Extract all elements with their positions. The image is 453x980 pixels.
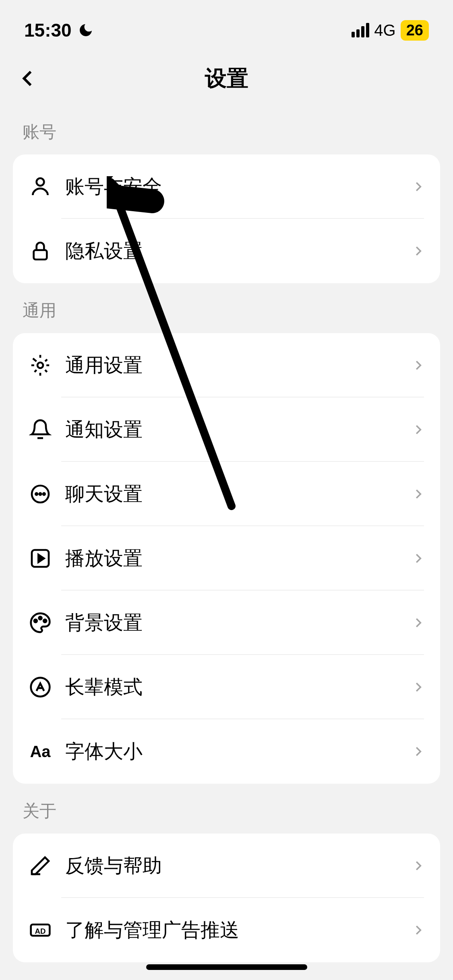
lock-icon: [29, 240, 52, 262]
svg-point-4: [35, 493, 37, 495]
battery-indicator: 26: [401, 20, 429, 41]
chevron-right-icon: [412, 245, 424, 257]
chevron-right-icon: [412, 617, 424, 629]
list-item-label: 反馈与帮助: [65, 853, 412, 879]
chevron-right-icon: [412, 424, 424, 436]
svg-point-6: [43, 493, 45, 495]
svg-point-0: [37, 178, 44, 186]
list-item-label: 了解与管理广告推送: [65, 917, 412, 943]
chevron-right-icon: [412, 359, 424, 371]
list-item-label: 通用设置: [65, 352, 412, 378]
status-right: 4G 26: [352, 20, 429, 41]
chevron-right-icon: [412, 181, 424, 193]
list-item-privacy[interactable]: 隐私设置: [13, 219, 440, 283]
accessibility-icon: [29, 676, 52, 698]
section-header-general: 通用: [0, 283, 453, 333]
list-item-label: 背景设置: [65, 610, 412, 636]
svg-point-9: [34, 620, 37, 622]
list-item-label: 播放设置: [65, 546, 412, 571]
pencil-icon: [29, 854, 52, 877]
section-header-account: 账号: [0, 105, 453, 154]
list-item-label: 账号与安全: [65, 174, 412, 200]
page-header: 设置: [0, 52, 453, 105]
general-card: 通用设置 通知设置 聊天设置: [13, 333, 440, 784]
svg-point-5: [39, 493, 41, 495]
chevron-right-icon: [412, 860, 424, 872]
list-item-label: 长辈模式: [65, 674, 412, 700]
gear-icon: [29, 354, 52, 377]
status-bar: 15:30 4G 26: [0, 0, 453, 52]
back-button[interactable]: [16, 66, 40, 91]
network-type: 4G: [374, 21, 395, 39]
list-item-notification[interactable]: 通知设置: [13, 397, 440, 462]
list-item-elder-mode[interactable]: 长辈模式: [13, 655, 440, 719]
list-item-label: 隐私设置: [65, 238, 412, 264]
list-item-account-security[interactable]: 账号与安全: [13, 154, 440, 219]
ad-icon: AD: [29, 919, 52, 941]
svg-text:AD: AD: [35, 927, 46, 935]
svg-rect-1: [34, 250, 47, 259]
status-left: 15:30: [24, 19, 94, 41]
palette-icon: [29, 611, 52, 634]
list-item-feedback[interactable]: 反馈与帮助: [13, 834, 440, 898]
chevron-right-icon: [412, 488, 424, 500]
signal-icon: [352, 23, 369, 37]
page-title: 设置: [16, 64, 437, 93]
chevron-right-icon: [412, 745, 424, 758]
svg-marker-8: [38, 555, 44, 562]
about-card: 反馈与帮助 AD 了解与管理广告推送: [13, 834, 440, 962]
home-indicator[interactable]: [146, 964, 307, 970]
play-icon: [29, 547, 52, 570]
list-item-label: 字体大小: [65, 739, 412, 764]
svg-point-10: [39, 617, 42, 620]
account-card: 账号与安全 隐私设置: [13, 154, 440, 283]
chevron-right-icon: [412, 924, 424, 936]
list-item-playback[interactable]: 播放设置: [13, 526, 440, 591]
list-item-label: 聊天设置: [65, 481, 412, 507]
chevron-right-icon: [412, 552, 424, 564]
user-icon: [29, 175, 52, 198]
font-icon: Aa: [29, 740, 52, 763]
list-item-label: 通知设置: [65, 417, 412, 443]
list-item-general-settings[interactable]: 通用设置: [13, 333, 440, 397]
list-item-background[interactable]: 背景设置: [13, 591, 440, 655]
status-time: 15:30: [24, 19, 72, 41]
svg-point-11: [43, 620, 46, 622]
svg-point-2: [37, 362, 43, 368]
list-item-font-size[interactable]: Aa 字体大小: [13, 719, 440, 784]
chat-icon: [29, 483, 52, 505]
list-item-chat[interactable]: 聊天设置: [13, 462, 440, 526]
dnd-moon-icon: [78, 22, 94, 38]
list-item-ad-management[interactable]: AD 了解与管理广告推送: [13, 898, 440, 962]
chevron-right-icon: [412, 681, 424, 693]
section-header-about: 关于: [0, 784, 453, 834]
bell-icon: [29, 418, 52, 441]
